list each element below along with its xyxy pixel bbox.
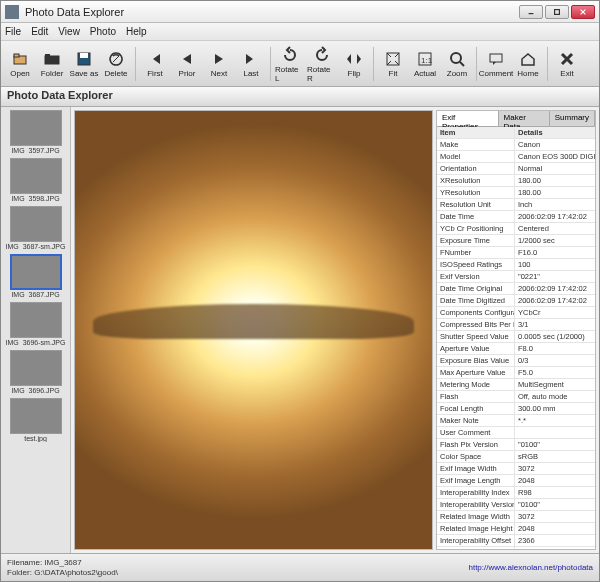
prior-button[interactable]: Prior [172,47,202,80]
exit-label: Exit [560,69,573,78]
property-row[interactable]: Flash Pix Version"0100" [437,439,595,451]
thumbnail[interactable]: IMG_3687-sm.JPG [4,206,67,250]
property-row[interactable]: Focal Length300.00 mm [437,403,595,415]
menu-file[interactable]: File [5,26,21,37]
toolbar-separator [135,47,136,81]
property-row[interactable]: Interoperability IndexR98 [437,487,595,499]
menu-edit[interactable]: Edit [31,26,48,37]
fit-button[interactable]: Fit [378,47,408,80]
rotatel-button[interactable]: Rotate L [275,43,305,85]
property-row[interactable]: Components ConfigurationYCbCr [437,307,595,319]
property-value: MultiSegment [515,379,595,390]
property-row[interactable]: Resolution UnitInch [437,199,595,211]
menu-photo[interactable]: Photo [90,26,116,37]
property-row[interactable]: Related Image Width3072 [437,511,595,523]
property-key: FNumber [437,247,515,258]
property-row[interactable]: Interoperability Version"0100" [437,499,595,511]
tab-summary[interactable]: Summary [550,111,595,126]
property-value: 180.00 [515,175,595,186]
tab-maker-data[interactable]: Maker Data [499,111,550,126]
exit-button[interactable]: Exit [552,47,582,80]
home-button[interactable]: Home [513,47,543,80]
property-value: F8.0 [515,343,595,354]
property-row[interactable]: FNumberF16.0 [437,247,595,259]
property-value: 180.00 [515,187,595,198]
property-row[interactable]: Shutter Speed Value0.0005 sec (1/2000) [437,331,595,343]
next-button[interactable]: Next [204,47,234,80]
property-row[interactable]: Maker Note*.* [437,415,595,427]
saveas-button[interactable]: Save as [69,47,99,80]
status-url[interactable]: http://www.alexnolan.net/photodata [468,563,593,572]
prop-header-key: Item [437,127,515,138]
first-button[interactable]: First [140,47,170,80]
property-row[interactable]: ModelCanon EOS 300D DIGITAL [437,151,595,163]
property-value: "0100" [515,499,595,510]
thumbnail[interactable]: test.jpg [4,398,67,442]
actual-button[interactable]: 1:1Actual [410,47,440,80]
zoom-label: Zoom [447,69,467,78]
property-row[interactable]: FlashOff, auto mode [437,391,595,403]
property-row[interactable]: XResolution180.00 [437,175,595,187]
property-row[interactable]: Exposure Bias Value0/3 [437,355,595,367]
tab-exif-properties[interactable]: Exif Properties [437,111,499,126]
property-key: Shutter Speed Value [437,331,515,342]
property-row[interactable]: Max Aperture ValueF5.0 [437,367,595,379]
property-row[interactable]: Date Time2006:02:09 17:42:02 [437,211,595,223]
minimize-button[interactable] [519,5,543,19]
flip-button[interactable]: Flip [339,47,369,80]
image-viewer[interactable] [74,110,433,550]
thumbnail-panel[interactable]: IMG_3597.JPGIMG_3598.JPGIMG_3687-sm.JPGI… [1,107,71,553]
rotater-button[interactable]: Rotate R [307,43,337,85]
property-row[interactable]: Date Time Digitized2006:02:09 17:42:02 [437,295,595,307]
property-row[interactable]: Compressed Bits Per Pixel3/1 [437,319,595,331]
thumbnail[interactable]: IMG_3696-sm.JPG [4,302,67,346]
property-row[interactable]: Exposure Time1/2000 sec [437,235,595,247]
property-key: Components Configuration [437,307,515,318]
property-row[interactable]: Exif Image Length2048 [437,475,595,487]
zoom-button[interactable]: Zoom [442,47,472,80]
property-row[interactable]: YResolution180.00 [437,187,595,199]
property-value: 2006:02:09 17:42:02 [515,295,595,306]
thumbnail-image [10,254,62,290]
property-key: Aperture Value [437,343,515,354]
property-row[interactable]: Date Time Original2006:02:09 17:42:02 [437,283,595,295]
property-row[interactable]: Interoperability Offset2366 [437,535,595,547]
open-label: Open [10,69,30,78]
statusbar: Filename: IMG_3687 Folder: G:\DATA\photo… [1,553,599,581]
property-row[interactable]: Related Image Height2048 [437,523,595,535]
property-key: Max Aperture Value [437,367,515,378]
property-row[interactable]: User Comment [437,427,595,439]
property-row[interactable]: Focal Plane XResolution3072000/892 [437,547,595,549]
thumbnail[interactable]: IMG_3687.JPG [4,254,67,298]
properties-table[interactable]: ItemDetailsMakeCanonModelCanon EOS 300D … [437,127,595,549]
property-row[interactable]: Color SpacesRGB [437,451,595,463]
menu-help[interactable]: Help [126,26,147,37]
comment-button[interactable]: Comment [481,47,511,80]
property-row[interactable]: Exif Image Width3072 [437,463,595,475]
close-button[interactable] [571,5,595,19]
delete-button[interactable]: Delete [101,47,131,80]
property-row[interactable]: YCb Cr PositioningCentered [437,223,595,235]
last-button[interactable]: Last [236,47,266,80]
property-row[interactable]: MakeCanon [437,139,595,151]
thumbnail[interactable]: IMG_3597.JPG [4,110,67,154]
toolbar-separator [476,47,477,81]
property-row[interactable]: ISOSpeed Ratings100 [437,259,595,271]
property-row[interactable]: Exif Version"0221" [437,271,595,283]
maximize-button[interactable] [545,5,569,19]
thumbnail[interactable]: IMG_3598.JPG [4,158,67,202]
folder-button[interactable]: Folder [37,47,67,80]
status-folder-label: Folder: [7,568,32,577]
property-value: Normal [515,163,595,174]
last-label: Last [243,69,258,78]
thumbnail-label: IMG_3696-sm.JPG [4,339,67,346]
actual-label: Actual [414,69,436,78]
svg-rect-6 [45,56,59,64]
thumbnail[interactable]: IMG_3696.JPG [4,350,67,394]
menu-view[interactable]: View [58,26,80,37]
property-row[interactable]: Metering ModeMultiSegment [437,379,595,391]
property-row[interactable]: OrientationNormal [437,163,595,175]
property-key: Flash Pix Version [437,439,515,450]
open-button[interactable]: Open [5,47,35,80]
property-row[interactable]: Aperture ValueF8.0 [437,343,595,355]
